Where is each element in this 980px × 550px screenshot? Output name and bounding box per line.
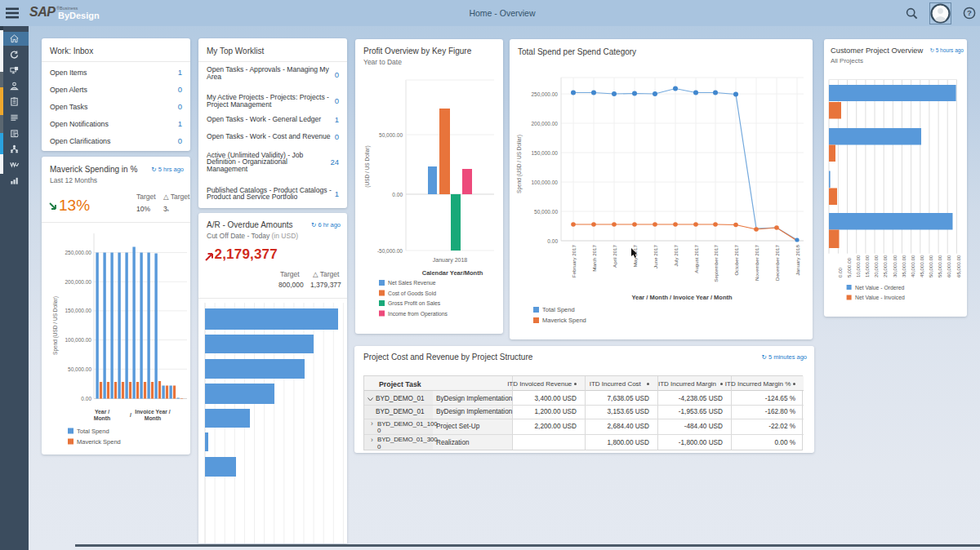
svg-text:20,000.00: 20,000.00 bbox=[873, 255, 879, 277]
svg-text:Maverick Spend: Maverick Spend bbox=[77, 438, 121, 446]
svg-text:Net Value - Invoiced: Net Value - Invoiced bbox=[855, 295, 905, 300]
svg-text:/: / bbox=[130, 412, 131, 418]
svg-text:50,000.00: 50,000.00 bbox=[379, 132, 403, 138]
svg-text:100,000.00: 100,000.00 bbox=[65, 337, 91, 343]
svg-text:65,000.00: 65,000.00 bbox=[956, 255, 961, 277]
svg-text:January 2018: January 2018 bbox=[795, 244, 800, 275]
svg-text:April 2017: April 2017 bbox=[612, 244, 617, 267]
svg-text:?: ? bbox=[967, 8, 972, 17]
svg-text:250,000.00: 250,000.00 bbox=[531, 91, 558, 97]
svg-text:15,000.00: 15,000.00 bbox=[864, 255, 870, 277]
svg-text:Total Spend: Total Spend bbox=[77, 428, 109, 435]
svg-text:50,000.00: 50,000.00 bbox=[68, 366, 91, 372]
svg-text:0.00: 0.00 bbox=[81, 396, 91, 401]
svg-text:40,000.00: 40,000.00 bbox=[910, 255, 915, 277]
svg-text:100,000.00: 100,000.00 bbox=[531, 180, 558, 185]
svg-text:45,000.00: 45,000.00 bbox=[919, 255, 924, 277]
svg-text:July 2017: July 2017 bbox=[673, 244, 679, 266]
svg-text:Net Value - Ordered: Net Value - Ordered bbox=[855, 285, 905, 291]
svg-text:150,000.00: 150,000.00 bbox=[531, 150, 558, 156]
svg-text:0.00: 0.00 bbox=[547, 238, 558, 244]
svg-text:250,000.00: 250,000.00 bbox=[65, 250, 91, 255]
svg-text:30,000.00: 30,000.00 bbox=[892, 255, 898, 277]
svg-text:September 2017: September 2017 bbox=[713, 244, 719, 282]
svg-text:Gross Profit on Sales: Gross Profit on Sales bbox=[388, 300, 441, 306]
svg-text:Spend (USD / US Dollar): Spend (USD / US Dollar) bbox=[52, 296, 59, 355]
svg-text:Year /: Year / bbox=[95, 409, 109, 415]
svg-text:December 2017: December 2017 bbox=[774, 244, 780, 281]
svg-text:200,000.00: 200,000.00 bbox=[65, 279, 91, 285]
svg-text:5,000.00: 5,000.00 bbox=[846, 257, 852, 277]
svg-text:Calendar Year/Month: Calendar Year/Month bbox=[422, 269, 483, 277]
svg-text:August 2017: August 2017 bbox=[693, 244, 699, 273]
svg-text:60,000.00: 60,000.00 bbox=[946, 255, 951, 277]
svg-text:June 2017: June 2017 bbox=[653, 244, 658, 268]
svg-text:0.00: 0.00 bbox=[392, 192, 403, 197]
svg-text:55,000.00: 55,000.00 bbox=[937, 255, 942, 277]
svg-text:200,000.00: 200,000.00 bbox=[531, 121, 558, 126]
svg-text:50,000.00: 50,000.00 bbox=[928, 255, 933, 277]
svg-text:Total Spend: Total Spend bbox=[542, 306, 575, 313]
svg-text:Net Sales Revenue: Net Sales Revenue bbox=[388, 280, 436, 286]
svg-text:35,000.00: 35,000.00 bbox=[901, 255, 906, 277]
svg-text:Month: Month bbox=[94, 415, 110, 421]
svg-text:Cost of Goods Sold: Cost of Goods Sold bbox=[388, 291, 436, 296]
svg-text:November 2017: November 2017 bbox=[754, 244, 760, 281]
svg-text:Spend (USD / US Dollar): Spend (USD / US Dollar) bbox=[516, 135, 523, 193]
svg-text:Maverick Spend: Maverick Spend bbox=[542, 317, 586, 324]
svg-text:January 2018: January 2018 bbox=[433, 257, 468, 264]
svg-text:February 2017: February 2017 bbox=[571, 244, 577, 277]
svg-text:10,000.00: 10,000.00 bbox=[855, 255, 861, 277]
svg-text:150,000.00: 150,000.00 bbox=[65, 308, 91, 313]
svg-text:-50,000.00: -50,000.00 bbox=[377, 248, 403, 254]
svg-text:50,000.00: 50,000.00 bbox=[534, 209, 558, 215]
svg-text:Year / Month / Invoice Year /: Year / Month / Invoice Year / Month bbox=[631, 294, 733, 301]
svg-text:25,000.00: 25,000.00 bbox=[882, 255, 888, 277]
svg-text:0.00: 0.00 bbox=[837, 267, 843, 277]
svg-text:Month: Month bbox=[145, 415, 161, 421]
svg-text:Income from Operations: Income from Operations bbox=[388, 311, 448, 317]
svg-text:October 2017: October 2017 bbox=[733, 244, 739, 275]
svg-text:March 2017: March 2017 bbox=[591, 244, 597, 271]
svg-text:(USD / US Dollar): (USD / US Dollar) bbox=[364, 145, 371, 187]
svg-text:Invoice Year /: Invoice Year / bbox=[135, 409, 170, 415]
